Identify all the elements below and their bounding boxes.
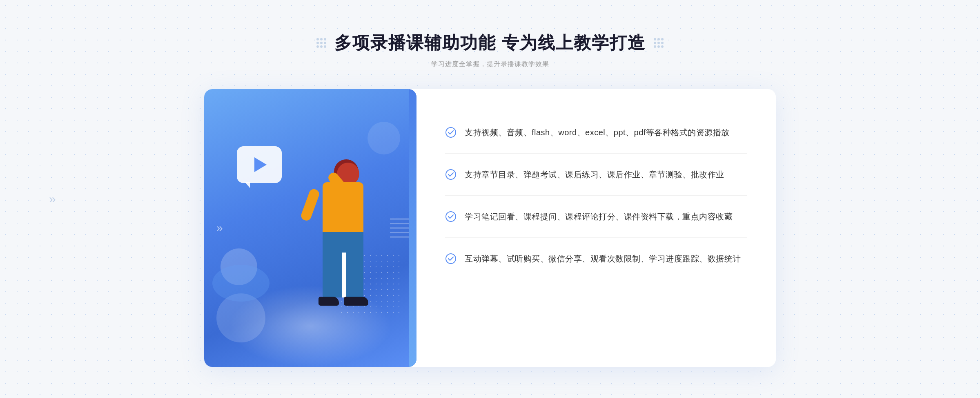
- feature-text-4: 互动弹幕、试听购买、微信分享、观看次数限制、学习进度跟踪、数据统计: [465, 252, 741, 265]
- vertical-connector-bar: [409, 89, 416, 367]
- page-container: 多项录播课辅助功能 专为线上教学打造 学习进度全掌握，提升录播课教学效果: [0, 0, 980, 398]
- left-panel: »: [204, 89, 416, 367]
- figure-leg-gap: [342, 253, 346, 297]
- left-arrow-decoration: »: [216, 221, 223, 235]
- subtitle: 学习进度全掌握，提升录播课教学效果: [0, 60, 980, 69]
- play-icon: [254, 157, 267, 172]
- figure-shoe-right: [344, 297, 368, 306]
- check-circle-icon-3: [445, 211, 457, 222]
- feature-text-2: 支持章节目录、弹题考试、课后练习、课后作业、章节测验、批改作业: [465, 168, 724, 181]
- decorative-dots-right: [654, 38, 664, 48]
- feature-item-3: 学习笔记回看、课程提问、课程评论打分、课件资料下载，重点内容收藏: [445, 196, 747, 238]
- svg-point-2: [446, 212, 456, 221]
- feature-item-4: 互动弹幕、试听购买、微信分享、观看次数限制、学习进度跟踪、数据统计: [445, 238, 747, 279]
- figure-body: [323, 182, 363, 235]
- deco-circle-2: [212, 265, 270, 302]
- header-title-row: 多项录播课辅助功能 专为线上教学打造: [0, 31, 980, 54]
- feature-list: 支持视频、音频、flash、word、excel、ppt、pdf等各种格式的资源…: [445, 112, 747, 279]
- figure-illustration: [274, 154, 396, 367]
- check-circle-icon-4: [445, 253, 457, 264]
- main-title: 多项录播课辅助功能 专为线上教学打造: [334, 31, 646, 54]
- figure-shoe-left: [318, 297, 339, 306]
- check-circle-icon-1: [445, 127, 457, 138]
- feature-item-2: 支持章节目录、弹题考试、课后练习、课后作业、章节测验、批改作业: [445, 154, 747, 196]
- decorative-dots-left: [316, 38, 326, 48]
- feature-text-3: 学习笔记回看、课程提问、课程评论打分、课件资料下载，重点内容收藏: [465, 210, 733, 223]
- left-chevron-icon: »: [49, 192, 56, 206]
- header-section: 多项录播课辅助功能 专为线上教学打造 学习进度全掌握，提升录播课教学效果: [0, 31, 980, 69]
- figure-arm-left: [300, 188, 321, 222]
- right-panel: 支持视频、音频、flash、word、excel、ppt、pdf等各种格式的资源…: [416, 89, 776, 367]
- svg-point-3: [446, 254, 456, 264]
- feature-text-1: 支持视频、音频、flash、word、excel、ppt、pdf等各种格式的资源…: [465, 126, 730, 139]
- feature-item-1: 支持视频、音频、flash、word、excel、ppt、pdf等各种格式的资源…: [445, 112, 747, 154]
- svg-point-1: [446, 170, 456, 179]
- check-circle-icon-2: [445, 169, 457, 180]
- svg-point-0: [446, 127, 456, 137]
- content-section: »: [204, 89, 776, 367]
